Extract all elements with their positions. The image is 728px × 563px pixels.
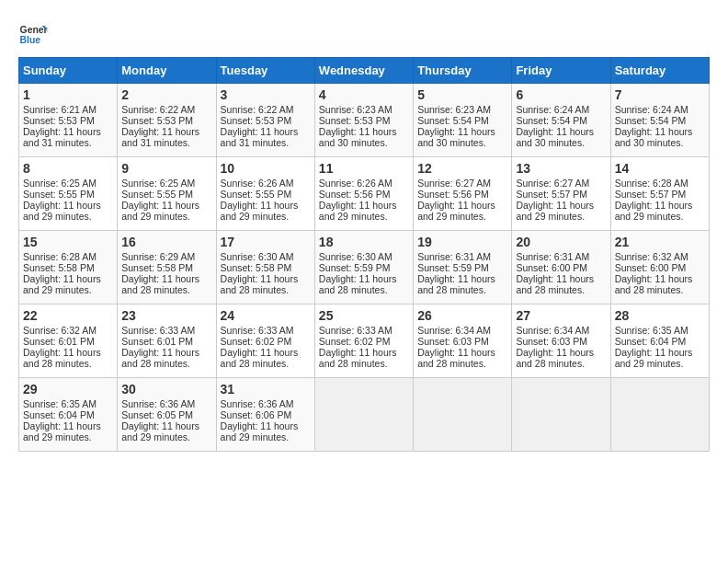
day-info: and 28 minutes. [319, 358, 409, 369]
day-info: Sunrise: 6:23 AM [417, 104, 507, 115]
day-number: 12 [417, 161, 507, 176]
week-row-2: 8Sunrise: 6:25 AMSunset: 5:55 PMDaylight… [19, 157, 710, 231]
day-info: Sunset: 6:01 PM [23, 336, 113, 347]
day-info: Sunset: 6:05 PM [121, 409, 211, 420]
day-info: Sunrise: 6:33 AM [121, 325, 211, 336]
day-info: Sunrise: 6:22 AM [121, 104, 211, 115]
day-info: Sunset: 5:53 PM [121, 115, 211, 126]
day-number: 31 [221, 382, 311, 396]
day-number: 7 [615, 87, 705, 102]
calendar-table: SundayMondayTuesdayWednesdayThursdayFrid… [18, 57, 710, 452]
day-info: Sunrise: 6:31 AM [516, 251, 606, 262]
day-info: and 28 minutes. [221, 358, 311, 369]
day-info: Daylight: 11 hours [23, 273, 113, 284]
day-info: and 29 minutes. [121, 211, 211, 222]
day-info: Sunset: 5:55 PM [23, 189, 113, 200]
day-info: and 28 minutes. [516, 284, 606, 295]
calendar-cell: 30Sunrise: 6:36 AMSunset: 6:05 PMDayligh… [118, 378, 216, 452]
day-number: 20 [516, 235, 606, 249]
day-info: Sunrise: 6:26 AM [319, 178, 409, 189]
day-info: Daylight: 11 hours [221, 273, 311, 284]
day-number: 11 [319, 161, 409, 176]
calendar-cell [414, 378, 512, 452]
day-info: and 29 minutes. [319, 211, 409, 222]
day-number: 21 [615, 235, 705, 249]
day-number: 19 [417, 235, 507, 249]
calendar-cell: 12Sunrise: 6:27 AMSunset: 5:56 PMDayligh… [414, 157, 512, 231]
day-info: Sunset: 5:53 PM [23, 115, 113, 126]
day-info: Daylight: 11 hours [23, 347, 113, 358]
day-number: 27 [516, 308, 606, 323]
day-info: Sunrise: 6:34 AM [516, 325, 606, 336]
day-info: Sunset: 6:01 PM [121, 336, 211, 347]
day-number: 16 [121, 235, 211, 249]
weekday-saturday: Saturday [610, 58, 709, 84]
day-number: 5 [417, 87, 507, 102]
day-info: and 31 minutes. [121, 137, 211, 148]
day-info: Daylight: 11 hours [221, 200, 311, 211]
day-info: Sunrise: 6:35 AM [615, 325, 705, 336]
day-info: Daylight: 11 hours [23, 200, 113, 211]
day-info: and 29 minutes. [221, 211, 311, 222]
day-info: Daylight: 11 hours [121, 347, 211, 358]
day-info: and 31 minutes. [221, 137, 311, 148]
weekday-wednesday: Wednesday [314, 58, 413, 84]
calendar-cell: 26Sunrise: 6:34 AMSunset: 6:03 PMDayligh… [414, 304, 512, 378]
day-info: and 29 minutes. [23, 431, 113, 442]
day-info: and 28 minutes. [516, 358, 606, 369]
day-info: Sunrise: 6:26 AM [221, 178, 311, 189]
day-number: 24 [221, 308, 311, 323]
day-number: 6 [516, 87, 606, 102]
logo-icon: General Blue [18, 18, 48, 48]
day-info: Sunset: 5:59 PM [319, 262, 409, 273]
day-info: Sunset: 6:00 PM [516, 262, 606, 273]
weekday-sunday: Sunday [19, 58, 118, 84]
calendar-cell: 20Sunrise: 6:31 AMSunset: 6:00 PMDayligh… [512, 231, 610, 304]
calendar-cell: 31Sunrise: 6:36 AMSunset: 6:06 PMDayligh… [216, 378, 314, 452]
calendar-body: 1Sunrise: 6:21 AMSunset: 5:53 PMDaylight… [19, 84, 710, 452]
day-info: Daylight: 11 hours [23, 126, 113, 137]
day-info: Daylight: 11 hours [319, 126, 409, 137]
day-info: Sunrise: 6:31 AM [417, 251, 507, 262]
day-info: Sunset: 5:54 PM [516, 115, 606, 126]
calendar-cell: 17Sunrise: 6:30 AMSunset: 5:58 PMDayligh… [216, 231, 314, 304]
day-info: Sunrise: 6:28 AM [23, 251, 113, 262]
day-info: and 28 minutes. [121, 284, 211, 295]
day-info: Daylight: 11 hours [121, 273, 211, 284]
day-info: Sunset: 6:02 PM [221, 336, 311, 347]
page-header: General Blue [18, 18, 710, 48]
calendar-cell: 23Sunrise: 6:33 AMSunset: 6:01 PMDayligh… [118, 304, 216, 378]
day-info: Sunset: 6:00 PM [615, 262, 705, 273]
week-row-4: 22Sunrise: 6:32 AMSunset: 6:01 PMDayligh… [19, 304, 710, 378]
day-info: Sunset: 5:55 PM [221, 189, 311, 200]
day-info: Sunset: 5:58 PM [23, 262, 113, 273]
day-info: Sunset: 5:56 PM [319, 189, 409, 200]
calendar-cell [512, 378, 610, 452]
calendar-cell: 27Sunrise: 6:34 AMSunset: 6:03 PMDayligh… [512, 304, 610, 378]
day-number: 14 [615, 161, 705, 176]
day-number: 4 [319, 87, 409, 102]
week-row-1: 1Sunrise: 6:21 AMSunset: 5:53 PMDaylight… [19, 84, 710, 157]
calendar-cell: 5Sunrise: 6:23 AMSunset: 5:54 PMDaylight… [414, 84, 512, 157]
day-info: Sunset: 5:54 PM [417, 115, 507, 126]
day-info: Daylight: 11 hours [417, 347, 507, 358]
calendar-cell [314, 378, 413, 452]
day-info: Sunset: 5:56 PM [417, 189, 507, 200]
day-info: and 29 minutes. [615, 211, 705, 222]
day-number: 23 [121, 308, 211, 323]
calendar-cell: 7Sunrise: 6:24 AMSunset: 5:54 PMDaylight… [610, 84, 709, 157]
logo: General Blue [18, 18, 51, 48]
day-info: and 29 minutes. [121, 431, 211, 442]
day-info: Sunset: 6:03 PM [516, 336, 606, 347]
day-number: 10 [221, 161, 311, 176]
week-row-5: 29Sunrise: 6:35 AMSunset: 6:04 PMDayligh… [19, 378, 710, 452]
day-number: 13 [516, 161, 606, 176]
day-info: Sunrise: 6:25 AM [23, 178, 113, 189]
day-info: Sunrise: 6:28 AM [615, 178, 705, 189]
day-info: Sunrise: 6:21 AM [23, 104, 113, 115]
calendar-cell: 1Sunrise: 6:21 AMSunset: 5:53 PMDaylight… [19, 84, 118, 157]
svg-text:Blue: Blue [20, 35, 41, 45]
day-info: Sunset: 6:06 PM [221, 409, 311, 420]
calendar-cell: 24Sunrise: 6:33 AMSunset: 6:02 PMDayligh… [216, 304, 314, 378]
day-info: Daylight: 11 hours [121, 126, 211, 137]
